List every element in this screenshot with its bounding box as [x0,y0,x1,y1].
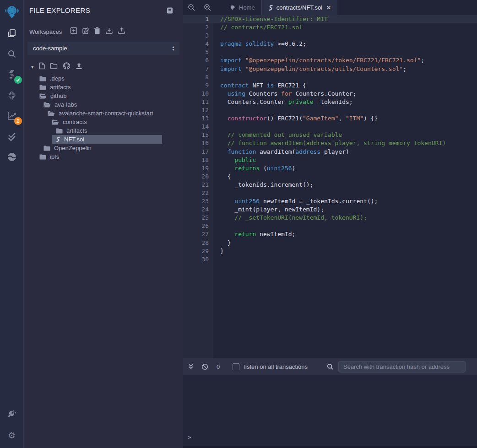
line-number: 23 [183,197,213,205]
code-line: 28 } [183,239,477,247]
code-line: 18 public [183,156,477,164]
workspaces-label: Workspaces [29,28,62,35]
code-line: 5 [183,48,477,56]
tree-item-ava-labs[interactable]: ava-labs [24,100,183,109]
workspace-select[interactable]: code-sample ▲▼ [27,42,179,55]
analytics-count-badge: 1 [14,117,22,125]
tree-item-label: artifacts [66,127,87,134]
github-import-icon[interactable] [63,62,70,71]
search-icon[interactable] [4,46,20,62]
tree-item-label: artifacts [50,84,71,91]
line-number: 15 [183,131,213,139]
tree-item-ipfs[interactable]: ipfs [24,152,183,161]
tree-item-contracts[interactable]: contracts [24,118,183,126]
folder-closed-icon [39,154,46,160]
line-number: 21 [183,181,213,189]
folder-closed-icon [43,146,50,151]
line-number: 5 [183,48,213,56]
line-number: 4 [183,40,213,48]
line-number: 27 [183,230,213,238]
code-line: 30 [183,255,477,264]
code-line: 21 _tokenIds.increment(); [183,181,477,189]
code-line: 6import "@openzeppelin/contracts/token/E… [183,56,477,65]
create-workspace-icon[interactable] [70,27,77,36]
code-line: 25 // _setTokenURI(newItemId, tokenURI); [183,214,477,222]
code-line: 10 using Counters for Counters.Counter; [183,90,477,98]
debugger-icon[interactable] [4,149,20,165]
zoom-out-icon[interactable] [188,4,195,11]
tree-item-label: OpenZeppelin [54,145,92,151]
line-number: 1 [183,15,213,23]
analytics-icon[interactable]: 1 [4,108,20,124]
new-folder-icon[interactable] [50,63,58,71]
tree-item-avalanche-smart-contract-quickstart[interactable]: avalanche-smart-contract-quickstart [24,109,183,118]
file-tree: .depsartifactsgithubava-labsavalanche-sm… [24,74,183,161]
line-number: 13 [183,114,213,123]
line-number: 28 [183,239,213,247]
deploy-and-run-icon[interactable] [4,87,20,103]
line-number: 2 [183,23,213,32]
tab-home-label: Home [239,4,255,11]
rename-workspace-icon[interactable] [82,27,89,36]
download-workspace-icon[interactable] [105,27,113,36]
terminal-search-icon [327,363,334,370]
publish-to-gist-icon[interactable] [76,63,82,71]
folder-closed-icon [39,85,46,90]
pending-tx-count: 0 [217,363,220,370]
tree-item-label: avalanche-smart-contract-quickstart [59,110,153,117]
folder-open-icon [43,102,51,108]
upload-workspace-icon[interactable] [118,27,125,36]
folder-open-icon [39,93,47,99]
code-line: 17 function awardItem(address player) [183,148,477,156]
tab-nft-sol-label: contracts/NFT.sol [276,4,322,11]
code-line: 2// contracts/ERC721.sol [183,23,477,32]
clear-console-icon[interactable] [201,363,208,370]
code-line: 3 [183,32,477,40]
code-line: 20 { [183,173,477,181]
editor-area: Home contracts/NFT.sol ✕ 1//SPDX-License… [183,0,477,448]
code-line: 8 [183,73,477,81]
collapse-caret-icon[interactable]: ▾ [31,64,34,70]
unit-testing-icon[interactable] [4,128,20,145]
close-tab-icon[interactable]: ✕ [326,5,331,11]
new-file-icon[interactable] [39,62,45,71]
file-explorer-panel: FILE EXPLORERS Workspaces [24,0,183,448]
expand-terminal-icon[interactable] [188,363,194,370]
line-number: 10 [183,90,213,98]
line-number: 11 [183,98,213,106]
delete-workspace-icon[interactable] [94,27,101,36]
file-explorer-icon[interactable] [4,25,20,42]
listen-transactions-label: listen on all transactions [244,363,308,370]
solidity-file-icon [56,136,60,142]
folder-open-icon [52,119,59,125]
settings-icon[interactable]: ⚙ [4,427,20,443]
tab-nft-sol[interactable]: contracts/NFT.sol ✕ [261,0,337,15]
zoom-in-icon[interactable] [204,4,211,11]
tree-item-artifacts[interactable]: artifacts [24,83,183,92]
listen-transactions-checkbox[interactable] [233,363,239,370]
line-number: 30 [183,255,213,264]
tab-home[interactable]: Home [222,0,261,15]
code-editor[interactable]: 1//SPDX-License-Identifier: MIT2// contr… [183,15,477,358]
line-number: 7 [183,65,213,73]
code-line: 24 _mint(player, newItemId); [183,205,477,214]
plugin-manager-icon[interactable] [4,406,20,423]
line-number: 16 [183,139,213,147]
remix-ide-window: 1 ⚙ FILE EXPLORERS [0,0,477,448]
tree-item-openzeppelin[interactable]: OpenZeppelin [24,144,183,152]
docs-book-icon[interactable] [167,7,173,14]
terminal-output[interactable]: > [183,375,477,448]
tree-item--deps[interactable]: .deps [24,74,183,83]
tree-item-github[interactable]: github [24,92,183,100]
code-line: 1//SPDX-License-Identifier: MIT [183,15,477,23]
code-line: 13 constructor() ERC721("GameItem", "ITM… [183,114,477,123]
tree-item-nft-sol[interactable]: NFT.sol [24,135,183,144]
transaction-search-input[interactable] [338,361,466,372]
tree-item-artifacts[interactable]: artifacts [24,126,183,135]
solidity-file-icon [268,5,273,11]
compile-success-badge [14,76,22,84]
remix-logo[interactable] [3,3,21,21]
line-number: 9 [183,81,213,90]
code-line: 26 [183,222,477,230]
solidity-compiler-icon[interactable] [4,66,20,83]
